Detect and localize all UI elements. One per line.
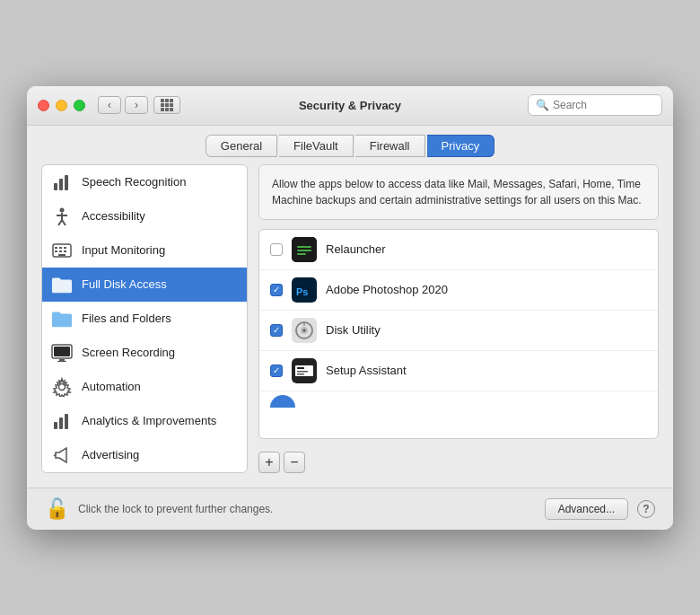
tab-filevault[interactable]: FileVault xyxy=(279,135,354,157)
svg-point-20 xyxy=(59,383,66,390)
tab-general[interactable]: General xyxy=(206,135,277,157)
sidebar-label-full-disk-access: Full Disk Access xyxy=(82,277,167,291)
grid-button[interactable] xyxy=(153,96,180,114)
app-list: Relauncher Ps Adobe Photoshop 2020 xyxy=(258,229,659,439)
svg-rect-1 xyxy=(59,179,63,190)
tab-firewall[interactable]: Firewall xyxy=(355,135,425,157)
label-photoshop: Adobe Photoshop 2020 xyxy=(326,283,448,296)
checkbox-photoshop[interactable] xyxy=(270,284,283,296)
minimize-button[interactable] xyxy=(56,100,67,111)
help-button[interactable]: ? xyxy=(637,500,655,518)
svg-marker-24 xyxy=(56,448,66,462)
list-item-partial xyxy=(259,391,658,411)
traffic-lights xyxy=(38,100,85,111)
tabs-bar: General FileVault Firewall Privacy xyxy=(27,126,673,164)
content-area: Speech Recognition Accessibility xyxy=(27,164,673,488)
sidebar-label-files-and-folders: Files and Folders xyxy=(82,312,171,325)
svg-rect-39 xyxy=(297,367,304,369)
sidebar-label-analytics: Analytics & Improvements xyxy=(82,414,216,427)
svg-rect-9 xyxy=(55,247,57,249)
sidebar-item-analytics[interactable]: Analytics & Improvements xyxy=(42,404,247,438)
list-item-setup-assistant: Setup Assistant xyxy=(259,351,658,391)
svg-rect-18 xyxy=(59,359,65,361)
search-box[interactable]: 🔍 xyxy=(528,94,662,116)
sidebar-label-advertising: Advertising xyxy=(82,448,139,461)
svg-rect-12 xyxy=(55,250,57,252)
lock-text: Click the lock to prevent further change… xyxy=(78,503,536,515)
sidebar-item-automation[interactable]: Automation xyxy=(42,370,247,404)
svg-rect-15 xyxy=(58,254,66,256)
svg-rect-28 xyxy=(297,250,311,251)
svg-rect-13 xyxy=(59,250,62,252)
icon-photoshop: Ps xyxy=(292,277,317,303)
checkbox-relauncher[interactable] xyxy=(270,243,283,256)
svg-rect-11 xyxy=(64,247,66,249)
label-disk-utility: Disk Utility xyxy=(326,323,381,337)
svg-rect-0 xyxy=(54,183,57,190)
svg-point-35 xyxy=(303,329,306,331)
icon-setup-assistant xyxy=(292,358,317,383)
sidebar-item-input-monitoring[interactable]: Input Monitoring xyxy=(42,233,247,268)
accessibility-icon xyxy=(51,206,73,227)
sidebar-label-screen-recording: Screen Recording xyxy=(82,346,175,359)
svg-rect-29 xyxy=(297,253,306,255)
nav-buttons: ‹ › xyxy=(98,96,148,114)
main-window: ‹ › Security & Privacy 🔍 General FileVau… xyxy=(27,86,673,530)
sidebar-label-accessibility: Accessibility xyxy=(82,209,145,223)
svg-rect-27 xyxy=(297,246,311,248)
svg-rect-41 xyxy=(297,373,304,375)
description-text: Allow the apps below to access data like… xyxy=(272,178,642,206)
icon-disk-utility xyxy=(292,318,317,343)
sidebar-item-accessibility[interactable]: Accessibility xyxy=(42,199,247,233)
list-item-disk-utility: Disk Utility xyxy=(259,311,658,351)
label-setup-assistant: Setup Assistant xyxy=(326,364,407,377)
icon-relauncher xyxy=(292,237,317,262)
analytics-icon xyxy=(51,410,73,432)
folder-blue-icon xyxy=(51,274,73,295)
sidebar-item-files-and-folders[interactable]: Files and Folders xyxy=(42,302,247,336)
description-box: Allow the apps below to access data like… xyxy=(258,164,659,220)
sidebar-item-full-disk-access[interactable]: Full Disk Access xyxy=(42,268,247,302)
checkbox-disk-utility[interactable] xyxy=(270,324,283,337)
tab-privacy[interactable]: Privacy xyxy=(427,135,495,157)
svg-text:Ps: Ps xyxy=(296,286,308,297)
svg-rect-40 xyxy=(297,371,308,373)
close-button[interactable] xyxy=(38,100,49,111)
bar-chart-icon xyxy=(51,171,73,193)
svg-rect-23 xyxy=(65,414,68,429)
folder-light-icon xyxy=(51,308,73,329)
gear-icon xyxy=(51,376,73,398)
sidebar-item-screen-recording[interactable]: Screen Recording xyxy=(42,336,247,370)
sidebar: Speech Recognition Accessibility xyxy=(41,164,248,473)
label-relauncher: Relauncher xyxy=(326,242,386,256)
svg-rect-21 xyxy=(54,422,57,429)
screen-icon xyxy=(51,342,73,364)
lock-icon[interactable]: 🔓 xyxy=(45,497,69,521)
sidebar-item-speech-recognition[interactable]: Speech Recognition xyxy=(42,165,247,199)
keyboard-icon xyxy=(51,240,73,261)
back-button[interactable]: ‹ xyxy=(98,96,121,114)
sidebar-label-automation: Automation xyxy=(82,380,141,393)
bottom-bar: 🔓 Click the lock to prevent further chan… xyxy=(27,488,673,530)
forward-button[interactable]: › xyxy=(125,96,148,114)
search-icon: 🔍 xyxy=(536,99,549,111)
svg-rect-14 xyxy=(64,250,66,252)
grid-icon xyxy=(161,99,173,111)
sidebar-label-input-monitoring: Input Monitoring xyxy=(82,243,165,257)
svg-line-7 xyxy=(62,220,66,225)
add-button[interactable]: + xyxy=(258,452,280,473)
main-panel: Allow the apps below to access data like… xyxy=(258,164,659,473)
checkbox-setup-assistant[interactable] xyxy=(270,365,283,377)
megaphone-icon xyxy=(51,444,73,466)
svg-rect-17 xyxy=(54,347,70,356)
window-title: Security & Privacy xyxy=(299,99,401,112)
svg-rect-22 xyxy=(59,417,63,429)
sidebar-item-advertising[interactable]: Advertising xyxy=(42,438,247,472)
titlebar: ‹ › Security & Privacy 🔍 xyxy=(27,86,673,126)
list-item-photoshop: Ps Adobe Photoshop 2020 xyxy=(259,270,658,311)
search-input[interactable] xyxy=(553,99,654,111)
maximize-button[interactable] xyxy=(74,100,85,111)
remove-button[interactable]: − xyxy=(284,452,305,473)
advanced-button[interactable]: Advanced... xyxy=(545,498,628,520)
list-item-relauncher: Relauncher xyxy=(259,230,658,270)
